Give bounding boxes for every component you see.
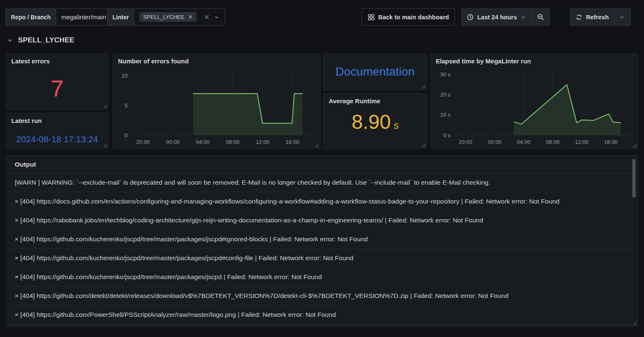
- log-line: × [404] https://github.com/kucherenko/js…: [6, 249, 638, 268]
- chevron-down-icon: [521, 14, 526, 20]
- scrollbar-thumb[interactable]: [632, 159, 636, 198]
- clock-icon: [467, 14, 474, 21]
- panel-elapsed-chart: Elapsed time by MegaLinter run 0 s10 s20…: [430, 53, 638, 149]
- svg-text:10 s: 10 s: [440, 112, 450, 118]
- linter-select[interactable]: SPELL_LYCHEE: [134, 9, 225, 25]
- linter-tag-text: SPELL_LYCHEE: [143, 14, 185, 20]
- svg-text:08:00: 08:00: [546, 139, 560, 145]
- documentation-link[interactable]: Documentation: [324, 54, 427, 90]
- resize-handle[interactable]: [421, 144, 426, 148]
- refresh-interval-dropdown[interactable]: [614, 9, 630, 25]
- clear-selection-icon[interactable]: [204, 14, 209, 20]
- svg-text:20 s: 20 s: [440, 91, 450, 98]
- svg-text:5: 5: [125, 102, 128, 109]
- svg-text:16:00: 16:00: [604, 139, 618, 145]
- back-to-dashboard-button[interactable]: Back to main dashboard: [361, 8, 455, 26]
- time-controls: Last 24 hours: [461, 8, 550, 26]
- elapsed-chart-plot[interactable]: 0 s10 s20 s30 s20:0000:0004:0008:0012:00…: [435, 67, 634, 146]
- panel-average-runtime: Average Runtime 8.90 s: [323, 93, 427, 149]
- svg-text:12:00: 12:00: [256, 139, 270, 145]
- panel-title: Number of errors found: [113, 54, 320, 65]
- panel-latest-errors: Latest errors 7: [6, 53, 108, 110]
- runtime-number: 8.90: [352, 110, 391, 133]
- log-line: × [404] https://github.com/kucherenko/js…: [6, 230, 638, 249]
- tag-close-icon[interactable]: [188, 15, 193, 19]
- svg-text:12:00: 12:00: [575, 139, 589, 145]
- resize-handle[interactable]: [103, 104, 107, 109]
- time-range-picker[interactable]: Last 24 hours: [462, 9, 531, 25]
- log-list: [WARN ] WARNING: `--exclude-mail` is dep…: [6, 173, 638, 327]
- repo-branch-control: Repo / Branch megalinter/main: [5, 8, 122, 26]
- log-line: × [404] https://github.com/kucherenko/js…: [6, 268, 638, 287]
- errors-chart-plot[interactable]: 051020:0000:0004:0008:0012:0016:00: [117, 67, 316, 146]
- refresh-label: Refresh: [586, 14, 609, 21]
- svg-text:04:00: 04:00: [196, 139, 210, 145]
- svg-text:20:00: 20:00: [459, 139, 473, 145]
- svg-text:0: 0: [125, 132, 128, 138]
- panel-latest-run: Latest run 2024-08-18 17:13:24: [6, 113, 108, 149]
- panel-title: Elapsed time by MegaLinter run: [431, 54, 638, 65]
- log-line-text: × [404] https://docs.github.com/en/actio…: [15, 198, 560, 205]
- svg-text:04:00: 04:00: [517, 139, 531, 145]
- back-button-label: Back to main dashboard: [378, 14, 449, 21]
- svg-text:10: 10: [122, 73, 128, 79]
- time-range-label: Last 24 hours: [477, 14, 517, 21]
- refresh-button[interactable]: Refresh: [571, 9, 614, 25]
- chevron-down-icon: [619, 14, 625, 20]
- svg-text:00:00: 00:00: [488, 139, 502, 145]
- panel-title: Average Runtime: [324, 94, 427, 104]
- latest-run-value: 2024-08-18 17:13:24: [6, 134, 108, 144]
- resize-handle[interactable]: [103, 144, 107, 148]
- log-line-text: [WARN ] WARNING: `--exclude-mail` is dep…: [15, 179, 490, 186]
- row-title: SPELL_LYCHEE: [18, 36, 74, 44]
- resize-handle[interactable]: [315, 144, 319, 148]
- svg-text:30 s: 30 s: [440, 71, 450, 78]
- log-line-text: × [404] https://github.com/kucherenko/js…: [15, 235, 368, 243]
- svg-text:00:00: 00:00: [166, 139, 180, 145]
- log-line-text: × [404] https://github.com/PowerShell/PS…: [15, 311, 336, 319]
- resize-handle[interactable]: [633, 144, 637, 148]
- log-line-text: × [404] https://github.com/kucherenko/js…: [15, 254, 353, 262]
- linter-tag[interactable]: SPELL_LYCHEE: [139, 12, 196, 22]
- log-line-text: × [404] https://rabobank.jobs/en/techblo…: [15, 217, 483, 224]
- log-line-text: × [404] https://github.com/detekt/detekt…: [15, 292, 508, 300]
- resize-handle[interactable]: [633, 321, 637, 326]
- svg-text:16:00: 16:00: [285, 139, 299, 145]
- svg-text:08:00: 08:00: [226, 139, 240, 145]
- log-line: × [404] https://github.com/PowerShell/PS…: [6, 306, 638, 324]
- refresh-sync-icon: [576, 14, 582, 21]
- log-line-text: × [404] https://github.com/kucherenko/js…: [15, 273, 322, 281]
- log-line: × [404] https://rabobank.jobs/en/techblo…: [6, 211, 638, 230]
- panel-title: Output: [6, 156, 638, 173]
- log-line: [WARN ] WARNING: `--exclude-mail` is dep…: [6, 173, 638, 192]
- average-runtime-value: 8.90 s: [324, 110, 427, 144]
- latest-errors-value: 7: [6, 70, 108, 107]
- svg-text:20:00: 20:00: [136, 139, 150, 145]
- panel-title: Latest run: [6, 113, 108, 124]
- apps-grid-icon: [368, 14, 374, 21]
- log-line: × [404] https://docs.github.com/en/actio…: [6, 192, 638, 211]
- panel-output: Output [WARN ] WARNING: `--exclude-mail`…: [6, 155, 638, 327]
- chevron-down-icon: [214, 14, 220, 20]
- log-line: × [404] https://github.com/detekt/detekt…: [6, 287, 638, 306]
- chevron-down-icon: [7, 37, 13, 44]
- linter-label: Linter: [107, 9, 134, 25]
- runtime-unit: s: [394, 120, 399, 131]
- panel-errors-chart: Number of errors found 051020:0000:0004:…: [113, 53, 320, 149]
- zoom-out-button[interactable]: [532, 9, 549, 25]
- resize-handle[interactable]: [421, 85, 426, 89]
- row-toggle[interactable]: SPELL_LYCHEE: [7, 36, 74, 44]
- magnifier-minus-icon: [537, 13, 544, 21]
- refresh-controls: Refresh: [570, 8, 631, 26]
- panel-documentation: Documentation: [323, 53, 427, 90]
- repo-branch-label: Repo / Branch: [6, 9, 56, 25]
- panel-title: Latest errors: [6, 54, 108, 65]
- svg-text:0 s: 0 s: [443, 132, 451, 138]
- repo-branch-value: megalinter/main: [61, 13, 106, 21]
- linter-control: Linter SPELL_LYCHEE: [107, 8, 225, 26]
